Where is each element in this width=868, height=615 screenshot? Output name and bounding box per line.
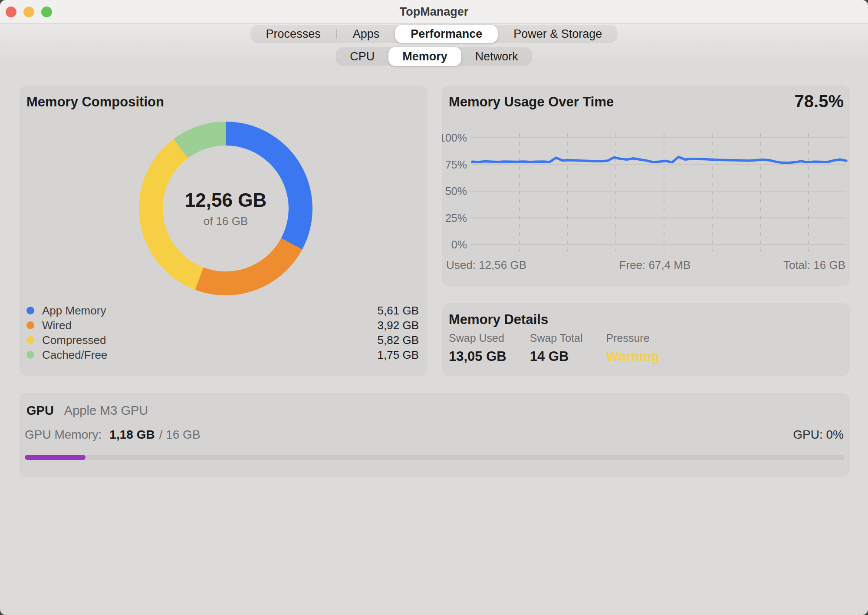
- gpu-usage-percent: GPU: 0%: [793, 428, 844, 442]
- stat-value: 13,05 GB: [449, 349, 506, 364]
- memory-composition-panel: Memory Composition 12,56 GB of 16 GB App…: [20, 86, 427, 376]
- legend-value: 3,92 GB: [378, 319, 419, 332]
- legend-label: Compressed: [42, 334, 378, 347]
- performance-sub-tab-bar: CPUMemoryNetwork: [336, 47, 532, 66]
- stat-swap-used: Swap Used13,05 GB: [449, 332, 506, 364]
- close-button[interactable]: [6, 7, 16, 17]
- memory-used-stat: Used: 12,56 GB: [446, 258, 526, 272]
- window-title: TopManager: [0, 0, 868, 23]
- y-axis-tick-label: 0%: [451, 238, 467, 251]
- main-tab-bar: ProcessesAppsPerformancePower & Storage: [250, 25, 618, 43]
- tab-cpu[interactable]: CPU: [336, 47, 388, 66]
- gpu-memory-row: GPU Memory: 1,18 GB / 16 GB GPU: 0%: [25, 428, 844, 442]
- stat-swap-total: Swap Total14 GB: [530, 332, 583, 364]
- app-window: TopManager ProcessesAppsPerformancePower…: [0, 0, 868, 615]
- memory-details-panel: Memory Details Swap Used13,05 GBSwap Tot…: [442, 303, 850, 376]
- stat-value: Warning: [606, 349, 660, 364]
- gpu-header-row: GPU Apple M3 GPU: [26, 403, 148, 418]
- memory-composition-legend: App Memory5,61 GBWired3,92 GBCompressed5…: [26, 303, 419, 362]
- tab-power-storage[interactable]: Power & Storage: [498, 25, 618, 43]
- memory-usage-panel: Memory Usage Over Time 78.5% 100%75%50%2…: [442, 86, 850, 286]
- legend-item-cached-free: Cached/Free1,75 GB: [26, 347, 419, 362]
- y-axis-tick-label: 25%: [445, 212, 467, 224]
- memory-details-stats: Swap Used13,05 GBSwap Total14 GBPressure…: [449, 332, 683, 364]
- stat-label: Swap Used: [449, 332, 506, 344]
- memory-total-stat: Total: 16 GB: [783, 258, 845, 272]
- legend-color-dot: [26, 321, 34, 329]
- y-axis-tick-label: 50%: [445, 185, 467, 197]
- legend-value: 5,82 GB: [378, 334, 419, 347]
- tab-processes[interactable]: Processes: [250, 25, 336, 43]
- gpu-memory-total: / 16 GB: [159, 428, 201, 442]
- tab-memory[interactable]: Memory: [388, 47, 461, 66]
- stat-pressure: PressureWarning: [606, 332, 660, 364]
- memory-total-label: of 16 GB: [204, 215, 248, 228]
- stat-label: Pressure: [606, 332, 660, 344]
- legend-value: 5,61 GB: [378, 304, 419, 317]
- gpu-memory-progress-fill: [25, 455, 85, 460]
- y-axis-tick-label: 75%: [445, 159, 467, 171]
- legend-color-dot: [26, 336, 34, 344]
- gpu-memory-progress-track: [25, 455, 845, 460]
- gpu-chip-name: Apple M3 GPU: [64, 403, 148, 418]
- titlebar: TopManager: [0, 0, 868, 24]
- tab-network[interactable]: Network: [461, 47, 532, 66]
- donut-hole: 12,56 GB of 16 GB: [163, 145, 289, 271]
- memory-used-value: 12,56 GB: [185, 189, 266, 211]
- memory-composition-title: Memory Composition: [26, 94, 164, 110]
- stat-value: 14 GB: [530, 349, 583, 364]
- memory-details-title: Memory Details: [449, 312, 548, 327]
- legend-color-dot: [26, 351, 34, 359]
- gpu-memory-value: 1,18 GB: [109, 428, 155, 442]
- memory-free-stat: Free: 67,4 MB: [619, 258, 691, 272]
- memory-usage-series-line: [472, 157, 846, 163]
- minimize-button[interactable]: [23, 7, 34, 17]
- legend-label: App Memory: [42, 304, 378, 317]
- legend-color-dot: [26, 307, 34, 314]
- legend-label: Wired: [42, 319, 378, 332]
- memory-composition-donut-chart: 12,56 GB of 16 GB: [139, 122, 312, 295]
- gpu-panel: GPU Apple M3 GPU GPU Memory: 1,18 GB / 1…: [20, 393, 850, 477]
- tab-performance[interactable]: Performance: [395, 25, 498, 43]
- legend-item-compressed: Compressed5,82 GB: [26, 333, 419, 347]
- legend-value: 1,75 GB: [378, 348, 419, 362]
- legend-item-wired: Wired3,92 GB: [26, 318, 419, 333]
- zoom-window-button[interactable]: [41, 7, 52, 17]
- stat-label: Swap Total: [530, 332, 583, 344]
- memory-usage-line-chart: 100%75%50%25%0%: [442, 86, 850, 286]
- legend-label: Cached/Free: [42, 348, 378, 362]
- y-axis-tick-label: 100%: [442, 132, 467, 144]
- gpu-memory-label: GPU Memory:: [25, 428, 102, 442]
- toolbar: ProcessesAppsPerformancePower & Storage …: [0, 25, 868, 66]
- traffic-lights: [6, 7, 52, 17]
- tab-apps[interactable]: Apps: [337, 25, 395, 43]
- gpu-title: GPU: [26, 403, 54, 418]
- legend-item-app-memory: App Memory5,61 GB: [26, 303, 419, 318]
- memory-usage-footer: Used: 12,56 GB Free: 67,4 MB Total: 16 G…: [446, 258, 845, 272]
